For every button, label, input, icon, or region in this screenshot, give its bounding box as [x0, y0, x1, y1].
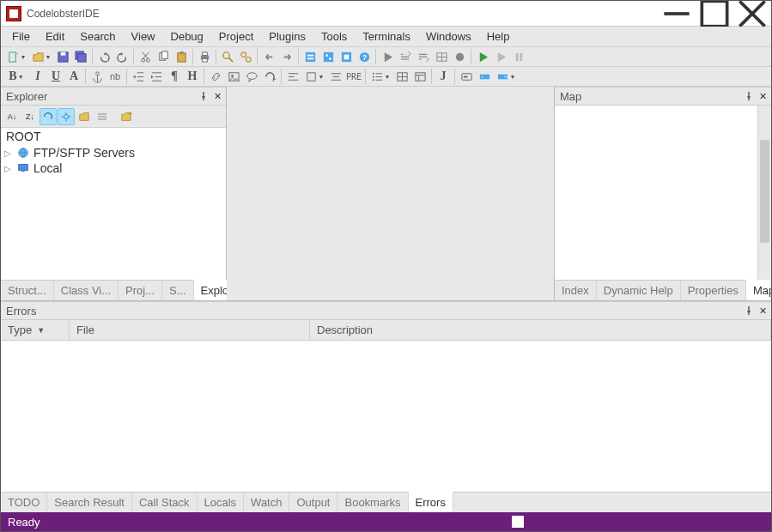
tab-search-result[interactable]: Search Result: [47, 493, 132, 512]
cut-button[interactable]: [137, 48, 154, 65]
refresh-icon[interactable]: [261, 68, 278, 85]
italic-button[interactable]: I: [29, 68, 46, 85]
preformat-button[interactable]: PRE: [345, 68, 362, 85]
bold-button[interactable]: B▼: [4, 68, 28, 85]
debug-continue-button[interactable]: [492, 48, 509, 65]
expander-icon[interactable]: ▷: [4, 148, 13, 158]
tab-sql[interactable]: S...: [162, 281, 194, 300]
outdent-button[interactable]: [130, 68, 147, 85]
tab-index[interactable]: Index: [555, 281, 597, 300]
find-button[interactable]: [219, 48, 236, 65]
expander-icon[interactable]: ▷: [4, 164, 13, 173]
tab-locals[interactable]: Locals: [198, 493, 245, 512]
list-button[interactable]: ▼: [368, 68, 392, 85]
new-file-button[interactable]: ▼: [4, 48, 28, 65]
menu-tools[interactable]: Tools: [313, 27, 355, 45]
tab-class-view[interactable]: Class Vi...: [54, 281, 119, 300]
debug-pause-button[interactable]: [510, 48, 527, 65]
tab-output[interactable]: Output: [289, 493, 337, 512]
settings-button[interactable]: [58, 108, 75, 125]
breakpoint-button[interactable]: [451, 48, 468, 65]
underline-button[interactable]: U: [47, 68, 64, 85]
step-into-button[interactable]: [415, 48, 432, 65]
menu-project[interactable]: Project: [211, 27, 261, 45]
print-button[interactable]: [196, 48, 213, 65]
save-button[interactable]: [54, 48, 71, 65]
table-button[interactable]: [393, 68, 410, 85]
minimize-button[interactable]: [658, 1, 696, 27]
col-description[interactable]: Description: [310, 320, 771, 340]
highlight2-button[interactable]: [319, 48, 337, 65]
pin-icon[interactable]: [197, 89, 210, 103]
back-button[interactable]: [260, 48, 277, 65]
find-replace-button[interactable]: [237, 48, 254, 65]
anchor-button[interactable]: [88, 68, 106, 85]
collapse-button[interactable]: [94, 108, 111, 125]
forward-button[interactable]: [278, 48, 295, 65]
explorer-tree[interactable]: ROOT ▷ FTP/SFTP Servers ▷ Local: [1, 128, 226, 280]
menu-file[interactable]: File: [4, 27, 38, 45]
tree-item-ftp[interactable]: ▷ FTP/SFTP Servers: [1, 145, 226, 160]
copy-button[interactable]: [155, 48, 172, 65]
tab-errors[interactable]: Errors: [409, 492, 453, 512]
layout-button[interactable]: [411, 68, 429, 85]
menu-debug[interactable]: Debug: [163, 27, 211, 45]
col-type[interactable]: Type▼: [1, 320, 70, 340]
menu-help[interactable]: Help: [479, 27, 518, 45]
pin-icon[interactable]: [742, 89, 756, 103]
form-button[interactable]: [458, 68, 475, 85]
col-file[interactable]: File: [70, 320, 310, 340]
border-button[interactable]: ▼: [302, 68, 326, 85]
pin-icon[interactable]: [742, 304, 756, 317]
script-button[interactable]: J: [435, 68, 452, 85]
new-folder-button[interactable]: +: [118, 108, 135, 125]
redo-button[interactable]: [113, 48, 131, 65]
debug-start-button[interactable]: [474, 48, 491, 65]
highlight-button[interactable]: [301, 48, 319, 65]
menu-windows[interactable]: Windows: [418, 27, 479, 45]
refresh-button[interactable]: [40, 108, 57, 125]
close-button[interactable]: [733, 1, 771, 27]
tree-item-local[interactable]: ▷ Local: [1, 160, 226, 176]
paste-button[interactable]: [173, 48, 190, 65]
tab-todo[interactable]: TODO: [1, 493, 47, 512]
folder-button[interactable]: [76, 108, 93, 125]
heading-button[interactable]: H: [184, 68, 201, 85]
input-button[interactable]: [476, 68, 493, 85]
indent-button[interactable]: [148, 68, 165, 85]
tab-bookmarks[interactable]: Bookmarks: [337, 493, 408, 512]
sort-za-button[interactable]: Z↓: [21, 108, 39, 125]
comment-button[interactable]: [243, 68, 260, 85]
close-panel-icon[interactable]: ✕: [756, 89, 769, 103]
step-over-button[interactable]: [397, 48, 414, 65]
image-button[interactable]: [225, 68, 242, 85]
menu-terminals[interactable]: Terminals: [355, 27, 418, 45]
font-button[interactable]: A: [65, 68, 82, 85]
step-out-button[interactable]: [433, 48, 450, 65]
link-button[interactable]: [207, 68, 224, 85]
scrollbar[interactable]: [757, 106, 771, 280]
tab-project[interactable]: Proj...: [119, 281, 162, 300]
save-all-button[interactable]: [72, 48, 89, 65]
highlight3-button[interactable]: [337, 48, 355, 65]
sort-az-button[interactable]: A↓: [3, 108, 21, 125]
tab-dynamic-help[interactable]: Dynamic Help: [597, 281, 681, 300]
menu-edit[interactable]: Edit: [38, 27, 72, 45]
tab-watch[interactable]: Watch: [244, 493, 289, 512]
open-button[interactable]: ▼: [29, 48, 53, 65]
menu-plugins[interactable]: Plugins: [261, 27, 313, 45]
align-center-button[interactable]: [327, 68, 344, 85]
align-left-button[interactable]: [284, 68, 301, 85]
menu-search[interactable]: Search: [72, 27, 123, 45]
tab-map[interactable]: Map: [746, 280, 772, 300]
paragraph-icon[interactable]: ¶: [166, 68, 183, 85]
undo-button[interactable]: [95, 48, 112, 65]
menu-view[interactable]: View: [124, 27, 163, 45]
tab-call-stack[interactable]: Call Stack: [132, 493, 198, 512]
tab-properties[interactable]: Properties: [681, 281, 746, 300]
help-button[interactable]: ?: [356, 48, 373, 65]
run-button[interactable]: [379, 48, 396, 65]
scrollbar-thumb[interactable]: [760, 140, 769, 243]
close-panel-icon[interactable]: ✕: [210, 89, 224, 103]
close-panel-icon[interactable]: ✕: [756, 304, 769, 317]
